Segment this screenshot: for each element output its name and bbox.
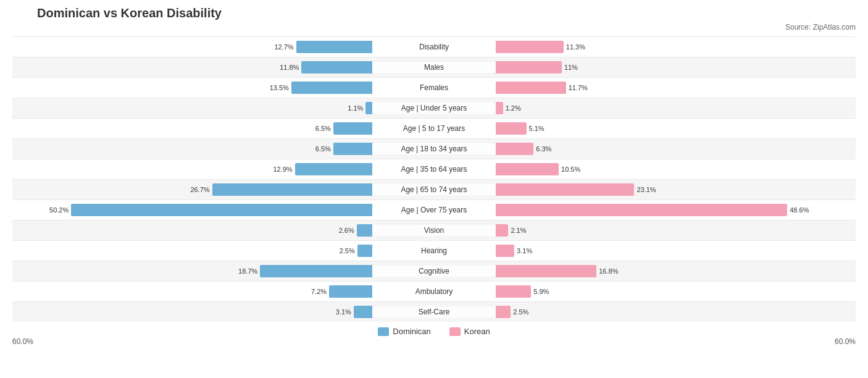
bar-label: Self-Care: [372, 306, 496, 317]
bar-label: Females: [372, 82, 496, 93]
korean-value: 23.1%: [634, 186, 656, 193]
bar-label: Ambulatory: [372, 286, 496, 297]
korean-value: 11.7%: [566, 84, 588, 91]
legend-korean-box: [449, 327, 461, 336]
korean-value: 6.3%: [533, 145, 551, 153]
korean-value: 1.2%: [503, 104, 521, 112]
dominican-value: 12.7%: [274, 43, 296, 51]
korean-value: 16.8%: [596, 267, 618, 275]
legend: Dominican Korean: [12, 327, 856, 336]
bar-row: 6.5%Age | 5 to 17 years5.1%: [12, 118, 856, 138]
bar-label: Hearing: [372, 245, 496, 256]
bar-label: Age | 65 to 74 years: [372, 184, 496, 195]
dominican-value: 13.5%: [270, 84, 291, 91]
bar-row: 13.5%Females11.7%: [12, 77, 856, 98]
korean-value: 3.1%: [514, 247, 532, 254]
chart-title: Dominican vs Korean Disability: [12, 6, 856, 20]
korean-value: 11.3%: [564, 43, 585, 51]
bar-label: Age | Over 75 years: [372, 204, 496, 216]
korean-value: 2.5%: [511, 308, 528, 316]
dominican-value: 1.1%: [348, 104, 365, 112]
source-label: Source: ZipAtlas.com: [12, 23, 856, 32]
chart-area: 12.7%Disability11.3%11.8%Males11%13.5%Fe…: [12, 36, 856, 322]
dominican-value: 18.7%: [238, 267, 260, 275]
bar-row: 2.5%Hearing3.1%: [12, 240, 856, 261]
bar-label: Vision: [372, 225, 496, 236]
korean-value: 5.9%: [531, 288, 549, 295]
dominican-value: 50.2%: [49, 206, 71, 214]
bar-row: 2.6%Vision2.1%: [12, 220, 856, 240]
korean-value: 10.5%: [559, 166, 580, 173]
dominican-value: 11.8%: [280, 64, 301, 71]
korean-value: 5.1%: [527, 125, 545, 132]
bar-row: 1.1%Age | Under 5 years1.2%: [12, 98, 856, 118]
bar-label: Age | 5 to 17 years: [372, 123, 496, 134]
legend-korean-label: Korean: [464, 327, 490, 336]
dominican-value: 3.1%: [336, 308, 354, 316]
bar-row: 6.5%Age | 18 to 34 years6.3%: [12, 138, 856, 159]
bar-row: 12.9%Age | 35 to 64 years10.5%: [12, 159, 856, 179]
korean-value: 48.6%: [787, 206, 809, 214]
bar-label: Disability: [372, 41, 496, 52]
legend-dominican-label: Dominican: [393, 327, 430, 336]
bar-row: 50.2%Age | Over 75 years48.6%: [12, 200, 856, 220]
bar-row: 7.2%Ambulatory5.9%: [12, 281, 856, 301]
korean-value: 11%: [562, 64, 578, 71]
bar-label: Males: [372, 62, 496, 73]
bar-row: 12.7%Disability11.3%: [12, 36, 856, 57]
korean-value: 2.1%: [508, 227, 526, 234]
bottom-axis: 60.0% 60.0%: [12, 337, 856, 346]
bar-row: 18.7%Cognitive16.8%: [12, 261, 856, 281]
dominican-value: 12.9%: [273, 166, 294, 173]
bar-label: Age | 18 to 34 years: [372, 143, 496, 154]
dominican-value: 6.5%: [315, 145, 333, 153]
legend-dominican: Dominican: [378, 327, 430, 336]
legend-korean: Korean: [449, 327, 490, 336]
dominican-value: 26.7%: [190, 186, 212, 193]
bar-row: 3.1%Self-Care2.5%: [12, 301, 856, 322]
dominican-value: 2.6%: [339, 227, 357, 234]
bar-label: Age | 35 to 64 years: [372, 164, 496, 175]
bar-label: Cognitive: [372, 266, 496, 277]
bar-row: 11.8%Males11%: [12, 57, 856, 77]
bar-label: Age | Under 5 years: [372, 103, 496, 114]
dominican-value: 6.5%: [315, 125, 333, 132]
legend-dominican-box: [378, 327, 389, 336]
dominican-value: 7.2%: [311, 288, 329, 295]
dominican-value: 2.5%: [340, 247, 357, 254]
bar-row: 26.7%Age | 65 to 74 years23.1%: [12, 179, 856, 200]
